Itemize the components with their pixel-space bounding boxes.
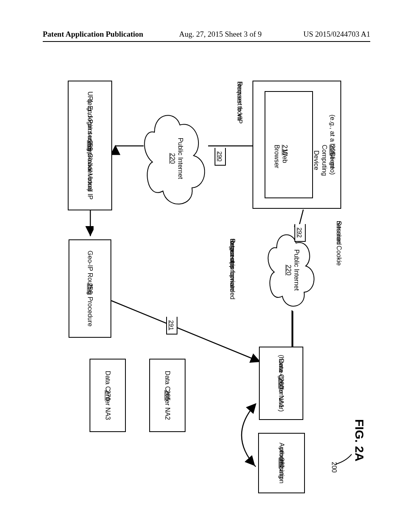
web-browser-ref: 210 [281, 145, 289, 156]
web-browser-box: Web Browser 210 [265, 91, 313, 198]
svg-line-5 [111, 301, 261, 362]
auth-processing-box: Authentication processing 261 [258, 433, 305, 493]
client-device-subtitle: (e.g., at a home-geo) [328, 114, 336, 175]
url-endpoint-ref: 255 [86, 140, 94, 151]
geoip-ref: 256 [86, 283, 94, 294]
step-290: 290 [215, 148, 226, 166]
public-internet-cloud-bottom: Public Internet 220 [140, 108, 213, 209]
step-292: 292 [294, 224, 306, 242]
header-rule [43, 41, 370, 42]
figure-title: FIG. 2A [353, 419, 366, 461]
cloud-bottom-ref: 220 [169, 108, 176, 209]
header-right: US 2015/0244703 A1 [303, 30, 370, 39]
figure-2a: FIG. 2A 200 Client Computing Device 205 … [43, 69, 369, 496]
dc1-auth-double-arrow [226, 399, 262, 476]
header-left: Patent Application Publication [43, 30, 143, 39]
url-endpoint-box: URL End-Point using Global Virtual IP (e… [68, 81, 112, 210]
forward-l3: datacenter [228, 239, 236, 269]
dc1-ref: 260 [277, 378, 285, 389]
auth-ref: 261 [277, 458, 286, 469]
header-center: Aug. 27, 2015 Sheet 3 of 9 [179, 30, 262, 39]
url-to-geoip-arrow [86, 210, 94, 243]
page-header: Patent Application Publication Aug. 27, … [0, 30, 413, 44]
geoip-box: Geo-IP Routing Procedure 256 [69, 239, 111, 338]
request-to-vip-l2: browser to VIP [236, 81, 244, 124]
cloud-to-dc1-line [287, 310, 295, 349]
data-center-na3-box: Data Center NA3 270 [90, 359, 126, 432]
dc3-ref: 270 [104, 390, 112, 401]
data-center-na2-box: Data Center NA2 265 [149, 359, 186, 432]
data-center-na1-box: Data Center NA1 (home-geo for user) 260 [259, 347, 303, 420]
dc2-ref: 265 [163, 390, 171, 401]
geoip-to-dc1-arrow [107, 294, 265, 375]
cloud-to-url-arrow [111, 140, 144, 156]
figure-ref-200: 200 [330, 462, 338, 473]
session-cookie-line2: returned [335, 221, 343, 245]
step-291: 291 [166, 317, 177, 335]
cloud-bottom-label: Public Internet [177, 108, 184, 209]
